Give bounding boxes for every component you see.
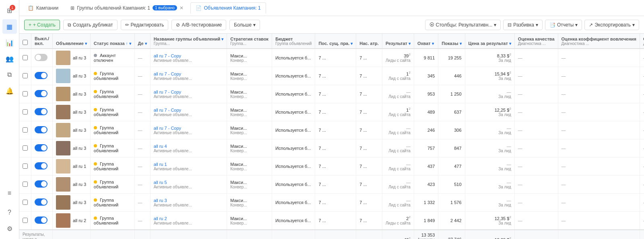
row-toggle[interactable]	[35, 90, 47, 97]
row-toggle[interactable]	[35, 217, 47, 224]
status-sort-icon[interactable]: ↑	[126, 41, 128, 46]
row-checkbox-cell[interactable]	[19, 176, 31, 194]
cpr-sub: За лид	[469, 112, 511, 117]
row-toggle-cell[interactable]	[31, 67, 53, 85]
row-checkbox-cell[interactable]	[19, 67, 31, 85]
row-toggle[interactable]	[35, 72, 47, 79]
chart-icon[interactable]: 📊	[2, 35, 17, 50]
group-link[interactable]: all ru 2	[154, 216, 167, 221]
row-toggle[interactable]	[35, 54, 47, 61]
edit-button[interactable]: ✏ Редактировать	[121, 20, 169, 30]
adgroups-tab-close[interactable]: ✕	[180, 5, 184, 11]
status-filter-icon[interactable]: ▾	[129, 41, 131, 46]
row-toggle-cell[interactable]	[31, 176, 53, 194]
result-sub: Лид с сайта	[386, 203, 411, 207]
row-checkbox-cell[interactable]	[19, 139, 31, 157]
row-nas-cell: 7 ...	[356, 157, 382, 176]
notification-icon[interactable]: ⊞ 1	[2, 3, 17, 18]
tab-campaigns[interactable]: 📋 Кампании	[23, 2, 64, 14]
row-checkbox-cell[interactable]	[19, 121, 31, 139]
row-toggle[interactable]	[35, 180, 47, 188]
row-checkbox-cell[interactable]	[19, 49, 31, 67]
duplicate-button[interactable]: ⧉ Создать дубликат	[63, 20, 118, 30]
table-row: all ru 3 Группа объявлений — all ru 7 - …	[19, 103, 644, 121]
adgroups-tab-label: Группы объявлений Кампания: 1	[77, 5, 150, 11]
row-toggle-cell[interactable]	[31, 103, 53, 121]
group-link[interactable]: all ru 7 - Copy	[154, 126, 181, 131]
tab-adgroups[interactable]: ⊞ Группы объявлений Кампания: 1 1 выбран…	[65, 2, 189, 14]
row-checkbox[interactable]	[23, 91, 28, 96]
group-link[interactable]: all ru 7 - Copy	[154, 90, 181, 94]
ad-name: all ru 3	[73, 74, 86, 78]
shows-filter-icon[interactable]: ▾	[460, 41, 462, 46]
row-checkbox-cell[interactable]	[19, 103, 31, 121]
row-toggle-cell[interactable]	[31, 139, 53, 157]
row-checkbox[interactable]	[23, 73, 28, 78]
cpr-value: 8,33 $2	[497, 53, 511, 58]
row-ad-cell: all ru 3	[53, 67, 91, 85]
row-checkbox-cell[interactable]	[19, 194, 31, 212]
row-toggle[interactable]	[35, 144, 47, 151]
row-checkbox[interactable]	[23, 218, 28, 223]
group-link[interactable]: all ru 7 - Copy	[154, 71, 181, 76]
group-link[interactable]: all ru 3	[154, 198, 167, 203]
row-toggle[interactable]	[35, 162, 47, 170]
col-quality: Оценка качества Диагностика ...	[514, 34, 558, 49]
row-checkbox[interactable]	[23, 127, 28, 133]
pos-filter-icon[interactable]: ▾	[351, 41, 353, 46]
bell-icon[interactable]: 🔔	[2, 84, 17, 98]
row-de-cell: —	[134, 49, 150, 67]
cpr-filter-icon[interactable]: ▾	[509, 41, 511, 46]
row-checkbox-cell[interactable]	[19, 85, 31, 103]
row-checkbox[interactable]	[23, 55, 28, 60]
more-button[interactable]: Больше ▾	[229, 20, 260, 30]
ad-filter-icon[interactable]: ▾	[85, 41, 87, 46]
row-checkbox[interactable]	[23, 109, 28, 114]
reach-filter-icon[interactable]: ▾	[432, 41, 434, 46]
row-toggle[interactable]	[35, 198, 47, 206]
menu-icon[interactable]: ≡	[2, 186, 17, 200]
select-all-header[interactable]	[19, 34, 31, 49]
row-checkbox[interactable]	[23, 200, 28, 205]
row-checkbox[interactable]	[23, 163, 28, 169]
cpr-sub: За лид	[469, 94, 511, 99]
row-conv-rate2-cell: —	[640, 103, 644, 121]
layers-icon[interactable]: ⧉	[2, 67, 17, 82]
dashboard-icon[interactable]: ▦	[2, 19, 17, 34]
row-checkbox-cell[interactable]	[19, 157, 31, 176]
row-toggle-cell[interactable]	[31, 85, 53, 103]
row-toggle-cell[interactable]	[31, 121, 53, 139]
row-quality-cell: —	[514, 67, 558, 85]
tab-ads[interactable]: 📄 Объявления Кампания: 1	[190, 2, 266, 14]
group-link[interactable]: all ru 5	[154, 180, 167, 185]
row-checkbox[interactable]	[23, 182, 28, 187]
breakdown-button[interactable]: ⊟ Разбивка ▾	[503, 20, 543, 30]
group-link[interactable]: all ru 4	[154, 144, 167, 149]
select-all-checkbox[interactable]	[23, 40, 28, 45]
people-icon[interactable]: 👥	[2, 51, 17, 66]
row-toggle-cell[interactable]	[31, 194, 53, 212]
row-toggle[interactable]	[35, 108, 47, 115]
reports-button[interactable]: 📑 Отчеты ▾	[545, 20, 582, 30]
table-row: all ru 3 Группа объявлений — all ru 5 Ак…	[19, 176, 644, 194]
group-sub: Активные объявле...	[154, 167, 224, 171]
row-toggle-cell[interactable]	[31, 212, 53, 230]
export-button[interactable]: ↗ Экспортировать ▾	[584, 20, 639, 30]
ab-test-button[interactable]: ⊘ А/В-тестирование	[171, 20, 226, 30]
row-toggle-cell[interactable]	[31, 157, 53, 176]
de-filter-icon[interactable]: ▾	[145, 41, 147, 46]
settings-icon[interactable]: ⚙	[2, 221, 17, 236]
create-button[interactable]: + + Создать	[24, 20, 60, 30]
row-checkbox-cell[interactable]	[19, 212, 31, 230]
columns-button[interactable]: ⦿ Столбцы: Результативн... ▾	[425, 20, 501, 30]
row-budget-cell: Используется б...	[272, 176, 315, 194]
group-link[interactable]: all ru 7 - Copy	[154, 53, 181, 58]
group-filter-icon[interactable]: ▾	[221, 37, 223, 41]
row-checkbox[interactable]	[23, 145, 28, 151]
help-icon[interactable]: ?	[2, 205, 17, 220]
group-link[interactable]: all ru 1	[154, 162, 167, 167]
row-toggle[interactable]	[35, 126, 47, 133]
result-filter-icon[interactable]: ▾	[409, 41, 411, 46]
group-link[interactable]: all ru 7 - Copy	[154, 108, 181, 112]
row-toggle-cell[interactable]	[31, 49, 53, 67]
